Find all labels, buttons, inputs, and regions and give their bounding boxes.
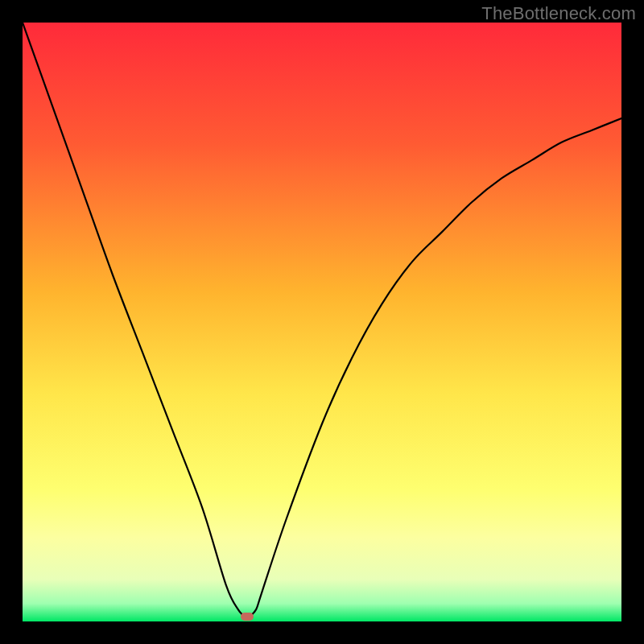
watermark-text: TheBottleneck.com bbox=[481, 3, 636, 24]
plot-area bbox=[23, 23, 621, 621]
minimum-marker bbox=[241, 613, 254, 621]
curve-line bbox=[23, 23, 621, 621]
chart-frame: TheBottleneck.com bbox=[0, 0, 644, 644]
